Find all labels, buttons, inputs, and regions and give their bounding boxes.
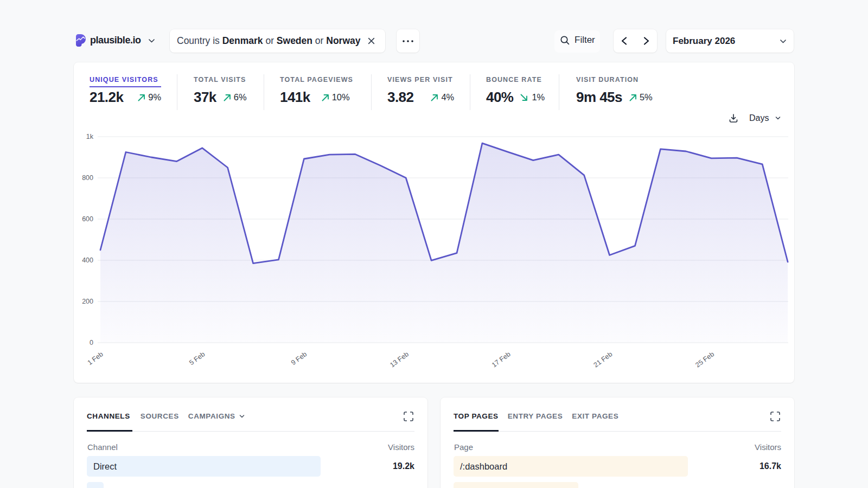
svg-text:200: 200 xyxy=(82,298,93,305)
svg-text:600: 600 xyxy=(82,215,93,223)
svg-text:21 Feb: 21 Feb xyxy=(592,350,614,369)
svg-text:25 Feb: 25 Feb xyxy=(694,350,716,369)
svg-text:400: 400 xyxy=(82,256,93,264)
svg-text:17 Feb: 17 Feb xyxy=(490,350,512,369)
svg-text:9 Feb: 9 Feb xyxy=(290,350,308,367)
svg-text:800: 800 xyxy=(82,174,93,182)
svg-text:1k: 1k xyxy=(86,133,94,140)
svg-text:1 Feb: 1 Feb xyxy=(86,350,105,367)
svg-text:13 Feb: 13 Feb xyxy=(388,350,410,369)
svg-text:5 Feb: 5 Feb xyxy=(188,350,206,367)
svg-text:0: 0 xyxy=(90,339,93,346)
